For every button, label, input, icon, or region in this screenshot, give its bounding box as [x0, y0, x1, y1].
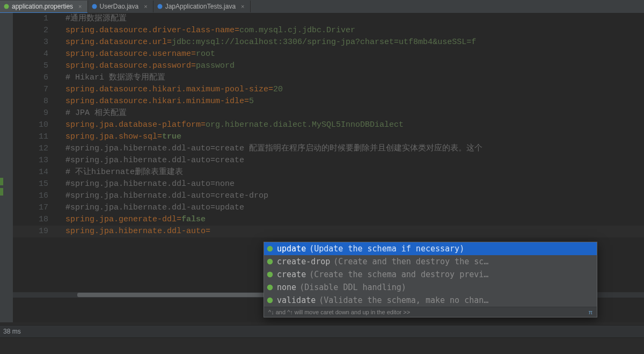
code-line[interactable]: 7 spring.datasource.hikari.maximum-pool-…	[13, 84, 644, 96]
code-content[interactable]: spring.jpa.show-sql=true	[59, 131, 644, 143]
autocomplete-description: (Update the schema if necessary)	[309, 244, 464, 254]
line-number: 14	[13, 167, 59, 178]
code-line[interactable]: 5 spring.datasource.password=password	[13, 60, 644, 72]
code-content[interactable]: spring.jpa.hibernate.ddl-auto=	[59, 226, 644, 237]
tab-label: JapApplicationTests.java	[165, 3, 236, 10]
status-text: 38 ms	[3, 328, 21, 335]
editor-tab[interactable]: application.properties ×	[0, 1, 88, 13]
spring-leaf-icon	[266, 284, 274, 291]
code-content[interactable]: spring.datasource.hikari.minimum-idle=5	[59, 96, 644, 107]
java-class-icon	[157, 3, 163, 10]
autocomplete-item[interactable]: update (Update the schema if necessary)	[264, 242, 597, 255]
spring-leaf-icon	[266, 258, 274, 265]
autocomplete-hint-text: ^↓ and ^↑ will move caret down and up in…	[268, 309, 410, 315]
autocomplete-item[interactable]: none (Disable DDL handling)	[264, 281, 597, 294]
code-line[interactable]: 15 #spring.jpa.hibernate.ddl-auto=none	[13, 178, 644, 190]
autocomplete-description: (Validate the schema, make no chan…	[319, 295, 488, 305]
code-content[interactable]: spring.datasource.hikari.maximum-pool-si…	[59, 84, 644, 96]
autocomplete-hint-bar: ^↓ and ^↑ will move caret down and up in…	[264, 307, 597, 317]
line-number: 2	[13, 25, 59, 37]
close-icon[interactable]: ×	[241, 3, 244, 10]
code-content[interactable]: #spring.jpa.hibernate.ddl-auto=create 配置…	[59, 143, 644, 155]
code-content[interactable]: # Hikari 数据源专用配置	[59, 72, 644, 84]
svg-point-5	[267, 272, 273, 278]
line-number: 11	[13, 131, 59, 143]
code-content[interactable]: spring.datasource.username=root	[59, 48, 644, 60]
spring-leaf-icon	[266, 297, 274, 304]
close-icon[interactable]: ×	[144, 3, 147, 10]
line-number: 18	[13, 214, 59, 226]
autocomplete-item[interactable]: validate (Validate the schema, make no c…	[264, 294, 597, 307]
java-class-icon	[91, 3, 98, 10]
code-content[interactable]: spring.jpa.database-platform=org.hiberna…	[59, 119, 644, 131]
autocomplete-item[interactable]: create-drop (Create and then destroy the…	[264, 255, 597, 268]
code-line[interactable]: 1 #通用数据源配置	[13, 13, 644, 25]
svg-point-7	[267, 298, 273, 304]
close-icon[interactable]: ×	[78, 3, 82, 10]
code-line[interactable]: 3 spring.datasource.url=jdbc:mysql://loc…	[13, 37, 644, 48]
code-content[interactable]: # JPA 相关配置	[59, 107, 644, 119]
line-number: 1	[13, 13, 59, 25]
code-line[interactable]: 17 #spring.jpa.hibernate.ddl-auto=update	[13, 202, 644, 214]
code-line[interactable]: 10 spring.jpa.database-platform=org.hibe…	[13, 119, 644, 131]
gutter-vcs-marker	[0, 188, 3, 196]
line-number: 16	[13, 190, 59, 202]
left-tool-strip	[0, 13, 13, 322]
line-number: 19	[13, 226, 59, 237]
svg-point-2	[157, 4, 162, 9]
code-line[interactable]: 12 #spring.jpa.hibernate.ddl-auto=create…	[13, 143, 644, 155]
editor-tab[interactable]: UserDao.java ×	[88, 1, 153, 12]
autocomplete-label: validate	[277, 295, 316, 305]
code-content[interactable]: spring.datasource.driver-class-name=com.…	[59, 25, 644, 37]
line-number: 10	[13, 119, 59, 131]
svg-point-6	[267, 285, 273, 291]
line-number: 12	[13, 143, 59, 155]
line-number: 3	[13, 37, 59, 48]
autocomplete-description: (Create and then destroy the sc…	[333, 257, 488, 266]
code-line[interactable]: 11 spring.jpa.show-sql=true	[13, 131, 644, 143]
autocomplete-item[interactable]: create (Create the schema and destroy pr…	[264, 268, 597, 281]
code-line[interactable]: 18 spring.jpa.generate-ddl=false	[13, 214, 644, 226]
spring-leaf-icon	[3, 3, 10, 10]
status-bar: 38 ms	[0, 325, 644, 338]
code-content[interactable]: spring.datasource.url=jdbc:mysql://local…	[59, 37, 644, 48]
code-content[interactable]: #spring.jpa.hibernate.ddl-auto=none	[59, 178, 644, 190]
autocomplete-description: (Create the schema and destroy previ…	[309, 270, 488, 279]
code-content[interactable]: spring.jpa.generate-ddl=false	[59, 214, 644, 226]
spring-leaf-icon	[266, 271, 274, 278]
line-number: 6	[13, 72, 59, 84]
code-content[interactable]: #spring.jpa.hibernate.ddl-auto=create-dr…	[59, 190, 644, 202]
line-number: 7	[13, 84, 59, 96]
code-line[interactable]: 6 # Hikari 数据源专用配置	[13, 72, 644, 84]
code-line[interactable]: 16 #spring.jpa.hibernate.ddl-auto=create…	[13, 190, 644, 202]
autocomplete-label: create-drop	[277, 257, 330, 266]
code-line[interactable]: 19 spring.jpa.hibernate.ddl-auto=	[13, 226, 644, 237]
line-number: 9	[13, 107, 59, 119]
line-number: 4	[13, 48, 59, 60]
code-line[interactable]: 2 spring.datasource.driver-class-name=co…	[13, 25, 644, 37]
svg-point-1	[92, 4, 97, 9]
line-number: 5	[13, 60, 59, 72]
console-output[interactable]: 4.732 INFO 30892 --- [ main] o.hibernate…	[0, 338, 644, 354]
code-line[interactable]: 13 #spring.jpa.hibernate.ddl-auto=create	[13, 155, 644, 167]
code-line[interactable]: 14 # 不让hibernate删除表重建表	[13, 167, 644, 178]
autocomplete-popup: update (Update the schema if necessary) …	[264, 242, 597, 317]
code-line[interactable]: 4 spring.datasource.username=root	[13, 48, 644, 60]
svg-point-0	[4, 4, 9, 9]
code-content[interactable]: #通用数据源配置	[59, 13, 644, 25]
code-content[interactable]: # 不让hibernate删除表重建表	[59, 167, 644, 178]
line-number: 8	[13, 96, 59, 107]
autocomplete-description: (Disable DDL handling)	[299, 283, 406, 292]
line-number: 17	[13, 202, 59, 214]
code-line[interactable]: 8 spring.datasource.hikari.minimum-idle=…	[13, 96, 644, 107]
editor-tab[interactable]: JapApplicationTests.java ×	[153, 1, 251, 12]
code-line[interactable]: 9 # JPA 相关配置	[13, 107, 644, 119]
pi-icon[interactable]: π	[588, 309, 592, 315]
code-content[interactable]: spring.datasource.password=password	[59, 60, 644, 72]
line-number: 15	[13, 178, 59, 190]
spring-leaf-icon	[266, 245, 274, 252]
code-content[interactable]: #spring.jpa.hibernate.ddl-auto=update	[59, 202, 644, 214]
gutter-vcs-marker	[0, 178, 3, 185]
autocomplete-label: none	[277, 283, 296, 292]
code-content[interactable]: #spring.jpa.hibernate.ddl-auto=create	[59, 155, 644, 167]
